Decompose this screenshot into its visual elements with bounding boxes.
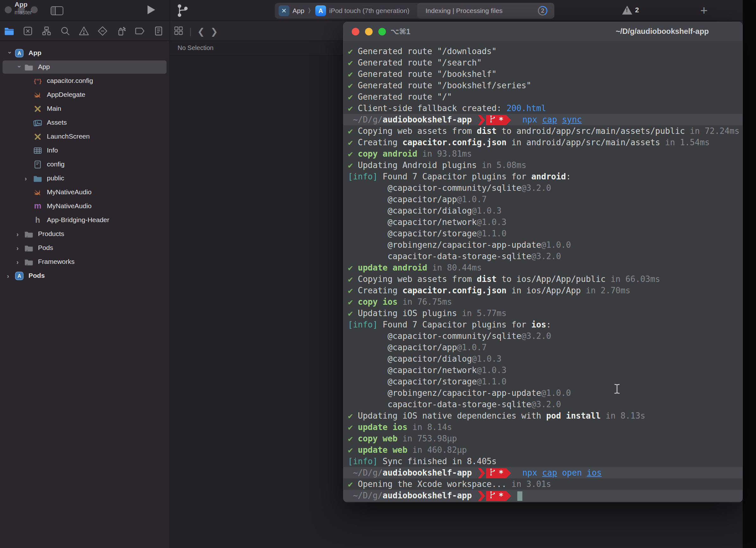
find-navigator-icon[interactable] xyxy=(60,26,71,36)
sidebar-item-pods[interactable]: ›Pods xyxy=(0,241,170,255)
powerline-chevron-icon xyxy=(478,115,485,125)
terminal-line: @capacitor/storage@1.1.0 xyxy=(343,228,742,239)
sidebar-item-label: capacitor.config xyxy=(47,77,93,85)
terminal-line: @robingenz/capacitor-app-update@1.0.0 xyxy=(343,239,742,251)
terminal-text xyxy=(513,468,522,477)
terminal-command-link[interactable]: ios xyxy=(587,468,602,477)
terminal-text: : xyxy=(566,172,571,181)
terminal-text: update android xyxy=(358,263,432,273)
terminal-text: copy ios xyxy=(358,297,402,306)
terminal-output[interactable]: ✔ Generated route "/downloads"✔ Generate… xyxy=(343,41,742,501)
text-cursor-pointer xyxy=(614,383,621,395)
terminal-text: ~/D/g/ xyxy=(348,491,383,500)
warning-icon[interactable] xyxy=(622,6,632,15)
svg-text:A: A xyxy=(17,50,21,56)
sidebar-item-frameworks[interactable]: ›Frameworks xyxy=(0,255,170,269)
close-window-button[interactable] xyxy=(5,6,12,13)
terminal-text: @capacitor/storage xyxy=(348,377,477,386)
scheme-name[interactable]: App xyxy=(293,7,304,15)
json-file-icon: {“} xyxy=(33,76,42,86)
navigator-divider xyxy=(170,21,170,41)
terminal-text: capacitor-data-storage-sqlite xyxy=(348,400,531,409)
terminal-window[interactable]: ⌥⌘1 ~/D/g/audiobookshelf-app ✔ Generated… xyxy=(343,22,743,502)
powerline-chevron-icon xyxy=(478,491,485,501)
terminal-line: @capacitor/network@1.0.3 xyxy=(343,364,742,376)
svg-text:A: A xyxy=(17,273,21,279)
powerline-chevron-icon xyxy=(478,468,485,478)
terminal-block-cursor xyxy=(517,491,522,501)
disclosure-right-icon[interactable]: › xyxy=(16,231,19,238)
terminal-text: ✔ xyxy=(348,286,358,295)
scheme-selector[interactable]: ✕ App 〉 A iPod touch (7th generation) In… xyxy=(275,3,554,19)
project-navigator-icon[interactable] xyxy=(4,26,15,36)
terminal-text: in 72.24ms xyxy=(690,126,740,136)
terminal-command-link[interactable]: sync xyxy=(562,115,582,124)
debug-navigator-icon[interactable] xyxy=(116,26,127,36)
sidebar-item-products[interactable]: ›Products xyxy=(0,227,170,241)
sidebar-item-info[interactable]: Info xyxy=(0,144,170,158)
terminal-text: @capacitor/dialog xyxy=(348,206,472,216)
forward-navigation-icon[interactable]: ❯ xyxy=(211,26,218,37)
source-control-navigator-icon[interactable] xyxy=(22,26,33,36)
disclosure-right-icon[interactable]: › xyxy=(16,245,19,252)
terminal-line: ✔ Updating iOS native dependencies with … xyxy=(343,410,742,421)
sidebar-item-app-bridging-header[interactable]: hApp-Bridging-Header xyxy=(0,213,170,227)
sidebar-item-pods[interactable]: ›APods xyxy=(0,269,170,283)
back-navigation-icon[interactable]: ❮ xyxy=(197,26,205,37)
terminal-line: @capacitor/app@1.0.7 xyxy=(343,194,742,205)
appstore-file-icon: A xyxy=(15,48,24,58)
terminal-text: ✔ xyxy=(348,411,358,420)
sidebar-item-launchscreen[interactable]: LaunchScreen xyxy=(0,130,170,144)
run-button[interactable] xyxy=(148,5,155,14)
disclosure-down-icon[interactable]: ⌄ xyxy=(7,47,12,55)
terminal-close-button[interactable] xyxy=(352,28,359,35)
test-navigator-icon[interactable] xyxy=(97,26,108,36)
issue-navigator-icon[interactable] xyxy=(79,26,89,36)
symbol-navigator-icon[interactable] xyxy=(41,26,52,36)
add-editor-button[interactable]: + xyxy=(700,3,708,18)
sidebar-item-appdelegate[interactable]: AppDelegate xyxy=(0,88,170,102)
terminal-minimize-button[interactable] xyxy=(365,28,373,35)
warning-count[interactable]: 2 xyxy=(635,6,639,14)
branch-name-label: master xyxy=(15,9,32,16)
disclosure-right-icon[interactable]: › xyxy=(25,175,27,182)
terminal-text: Client-side fallback created: xyxy=(358,104,507,113)
swift-file-icon xyxy=(33,188,42,197)
sidebar-toggle-icon[interactable] xyxy=(51,6,63,15)
doc-file-icon xyxy=(33,160,42,169)
terminal-zoom-button[interactable] xyxy=(378,28,386,35)
source-control-summary[interactable] xyxy=(176,3,190,20)
sidebar-item-capacitor.config[interactable]: {“}capacitor.config xyxy=(0,74,170,88)
git-dirty-indicator: * xyxy=(499,468,504,479)
sidebar-item-app[interactable]: ⌄App xyxy=(0,60,170,74)
terminal-titlebar[interactable]: ⌥⌘1 ~/D/g/audiobookshelf-app xyxy=(343,22,742,41)
disclosure-down-icon[interactable]: ⌄ xyxy=(16,61,22,69)
sidebar-item-app[interactable]: ⌄AApp xyxy=(0,46,170,60)
run-destination[interactable]: iPod touch (7th generation) xyxy=(329,7,409,15)
sidebar-item-public[interactable]: ›public xyxy=(0,172,170,186)
sidebar-item-config[interactable]: config xyxy=(0,158,170,172)
terminal-text: @1.0.3 xyxy=(477,365,507,375)
activity-view[interactable]: Indexing | Processing files 2 xyxy=(417,3,554,19)
terminal-text xyxy=(513,115,522,124)
terminal-text: @3.2.0 xyxy=(531,400,561,409)
terminal-prompt-line: ~/D/g/audiobookshelf-app * npx cap open … xyxy=(343,467,742,478)
disclosure-right-icon[interactable]: › xyxy=(16,259,19,266)
sidebar-item-main[interactable]: Main xyxy=(0,102,170,116)
sidebar-item-mynativeaudio[interactable]: mMyNativeAudio xyxy=(0,199,170,213)
terminal-text: audiobookshelf-app xyxy=(383,115,477,124)
terminal-command-link[interactable]: cap xyxy=(542,468,557,477)
terminal-command-link[interactable]: cap xyxy=(542,115,557,124)
terminal-text: to android/app/src/main/assets/public xyxy=(497,126,690,136)
report-navigator-icon[interactable] xyxy=(153,26,164,36)
sidebar-item-label: public xyxy=(47,174,64,182)
disclosure-right-icon[interactable]: › xyxy=(7,273,9,280)
terminal-text: @1.0.7 xyxy=(457,195,487,204)
terminal-text: in 5.77ms xyxy=(462,308,507,318)
sidebar-item-assets[interactable]: Assets xyxy=(0,116,170,130)
terminal-line: ✔ Generated route "/bookshelf/series" xyxy=(343,80,742,91)
editor-grid-icon[interactable] xyxy=(173,26,184,37)
breakpoint-navigator-icon[interactable] xyxy=(135,26,145,36)
plist-file-icon xyxy=(33,146,42,155)
sidebar-item-mynativeaudio[interactable]: MyNativeAudio xyxy=(0,186,170,199)
